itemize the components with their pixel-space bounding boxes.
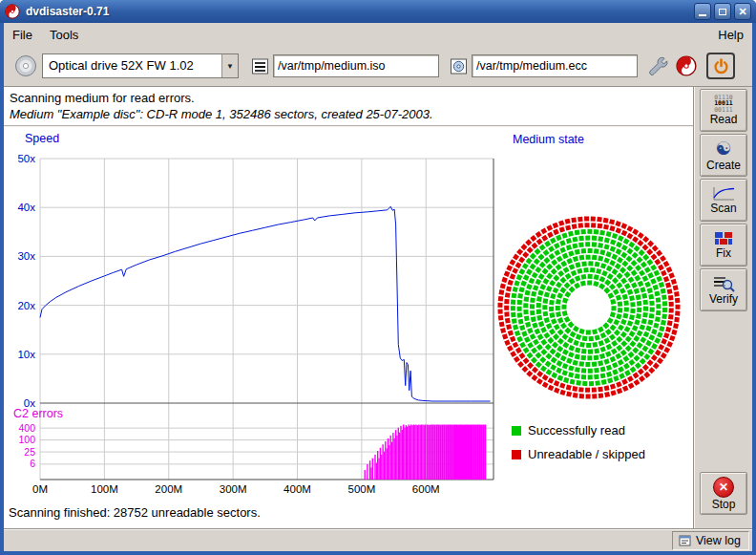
- drive-icon: [13, 53, 38, 78]
- main-content: Scanning medium for read errors. Medium …: [4, 87, 693, 528]
- speed-chart-title: Speed: [25, 132, 59, 145]
- scan-icon: [712, 186, 735, 202]
- svg-text:0M: 0M: [32, 483, 48, 495]
- menubar: File Tools Help: [4, 23, 752, 47]
- legend-item-success: Successfully read: [512, 423, 625, 438]
- read-button[interactable]: 01110 10011 00111 Read: [700, 89, 747, 132]
- fix-button[interactable]: Fix: [700, 224, 747, 267]
- svg-text:50x: 50x: [17, 153, 35, 164]
- legend-unreadable-label: Unreadable / skipped: [528, 447, 645, 461]
- success-swatch-icon: [512, 426, 521, 436]
- view-log-label: View log: [696, 534, 741, 547]
- about-button[interactable]: [674, 53, 699, 78]
- minimize-button[interactable]: [694, 3, 711, 20]
- status-line-2: Medium "Example disc": CD-R mode 1, 3524…: [10, 107, 433, 121]
- read-button-label: Read: [710, 113, 738, 126]
- stop-button-label: Stop: [712, 498, 736, 511]
- create-button[interactable]: ☯ Create: [700, 134, 747, 177]
- close-icon: ✕: [738, 7, 746, 17]
- window-title: dvdisaster-0.71: [26, 5, 691, 18]
- svg-text:400: 400: [18, 422, 35, 434]
- medium-state-disc: [494, 212, 684, 403]
- wrench-icon: [647, 55, 668, 76]
- close-button[interactable]: ✕: [734, 3, 751, 20]
- svg-text:300M: 300M: [220, 483, 247, 495]
- ecc-file-input[interactable]: [472, 54, 638, 77]
- svg-text:30x: 30x: [17, 250, 35, 262]
- legend-item-unreadable: Unreadable / skipped: [512, 447, 645, 461]
- stop-icon: ✕: [713, 477, 734, 498]
- read-icon: 01110 10011 00111: [714, 95, 733, 114]
- svg-text:600M: 600M: [412, 483, 440, 495]
- menu-file[interactable]: File: [4, 24, 41, 46]
- drive-selector-value: Optical drive 52X FW 1.02: [43, 54, 221, 77]
- view-log-icon: [679, 535, 691, 546]
- svg-text:200M: 200M: [155, 483, 182, 495]
- svg-text:20x: 20x: [17, 300, 35, 311]
- drive-selector[interactable]: Optical drive 52X FW 1.02 ▼: [42, 53, 239, 78]
- verify-button[interactable]: Verify: [700, 268, 747, 311]
- power-icon: [713, 58, 729, 75]
- verify-icon: [712, 275, 735, 292]
- quit-button[interactable]: [706, 53, 735, 79]
- c2-errors-chart-title: C2 errors: [13, 407, 63, 420]
- medium-state-title: Medium state: [513, 133, 584, 146]
- toolbar: Optical drive 52X FW 1.02 ▼: [4, 47, 752, 86]
- view-log-button[interactable]: View log: [672, 531, 749, 550]
- svg-text:25: 25: [24, 446, 35, 458]
- svg-text:40x: 40x: [17, 202, 35, 213]
- maximize-icon: [719, 9, 726, 15]
- scan-button[interactable]: Scan: [700, 179, 747, 222]
- fix-icon: [713, 230, 734, 246]
- status-line-1: Scanning medium for read errors.: [10, 91, 195, 105]
- svg-text:10x: 10x: [17, 349, 35, 360]
- svg-text:100M: 100M: [91, 483, 118, 495]
- app-window: dvdisaster-0.71 ✕ File Tools Help Optica…: [0, 0, 756, 555]
- chevron-down-icon[interactable]: ▼: [221, 54, 238, 77]
- app-body: File Tools Help Optical drive 52X FW 1.0…: [4, 23, 752, 551]
- menu-help[interactable]: Help: [709, 24, 752, 46]
- speed-c2-chart: 0x10x20x30x40x50x6251004000M100M200M300M…: [8, 147, 504, 502]
- menu-tools[interactable]: Tools: [41, 24, 87, 46]
- stop-button[interactable]: ✕ Stop: [700, 472, 747, 515]
- legend-success-label: Successfully read: [528, 423, 625, 438]
- unreadable-swatch-icon: [512, 450, 521, 459]
- ecc-file-icon: [449, 56, 468, 75]
- image-file-input[interactable]: [273, 54, 439, 77]
- titlebar[interactable]: dvdisaster-0.71 ✕: [0, 0, 756, 23]
- svg-text:500M: 500M: [347, 483, 375, 495]
- create-button-label: Create: [706, 159, 741, 172]
- scan-result-text: Scanning finished: 28752 unreadable sect…: [9, 505, 261, 520]
- verify-button-label: Verify: [709, 292, 738, 306]
- scan-button-label: Scan: [710, 202, 736, 215]
- create-icon: ☯: [715, 139, 731, 159]
- dvdisaster-disc-icon: [676, 55, 697, 76]
- preferences-button[interactable]: [645, 53, 670, 78]
- maximize-button[interactable]: [714, 3, 731, 20]
- svg-text:400M: 400M: [284, 483, 311, 495]
- app-icon: [5, 4, 20, 19]
- fix-button-label: Fix: [716, 246, 731, 260]
- status-separator: [4, 125, 693, 127]
- minimize-icon: [699, 14, 706, 16]
- svg-text:6: 6: [30, 458, 35, 469]
- svg-text:100: 100: [18, 434, 35, 445]
- statusbar: View log: [4, 528, 752, 551]
- action-sidebar: 01110 10011 00111 Read ☯ Create: [693, 87, 752, 528]
- image-file-icon: [250, 56, 269, 75]
